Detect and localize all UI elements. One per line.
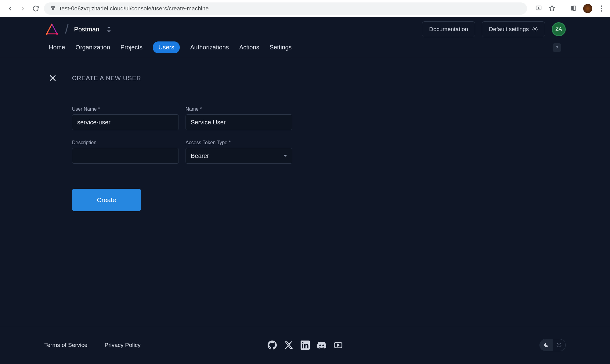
close-icon[interactable] <box>49 74 57 82</box>
svg-line-22 <box>557 347 558 347</box>
username-input[interactable] <box>72 114 179 130</box>
extensions-icon[interactable] <box>570 5 577 12</box>
nav-tabs: Home Organization Projects Users Authori… <box>0 41 610 57</box>
avatar-initials: ZA <box>555 26 562 32</box>
org-name: Postman <box>74 26 99 33</box>
discord-icon[interactable] <box>317 341 326 350</box>
terms-link[interactable]: Terms of Service <box>44 342 87 348</box>
username-label: User Name * <box>72 106 179 112</box>
browser-menu-icon[interactable] <box>598 5 605 12</box>
svg-line-23 <box>561 343 561 344</box>
tab-projects[interactable]: Projects <box>121 41 143 53</box>
tab-organization[interactable]: Organization <box>75 41 110 53</box>
svg-line-19 <box>561 347 561 347</box>
tab-settings[interactable]: Settings <box>270 41 292 53</box>
chevron-down-icon <box>283 155 287 157</box>
tab-users[interactable]: Users <box>153 41 180 53</box>
site-info-icon[interactable] <box>50 5 56 12</box>
privacy-link[interactable]: Privacy Policy <box>104 342 140 348</box>
x-twitter-icon[interactable] <box>284 341 293 350</box>
help-button[interactable]: ? <box>553 43 561 52</box>
org-selector[interactable]: Postman <box>74 26 111 33</box>
unfold-icon <box>107 27 111 32</box>
tab-actions[interactable]: Actions <box>239 41 259 53</box>
youtube-icon[interactable] <box>334 341 343 350</box>
svg-point-10 <box>56 33 58 35</box>
create-user-form: User Name * Name * Description Access To… <box>49 106 561 211</box>
svg-point-11 <box>534 29 536 30</box>
breadcrumb-divider: / <box>65 22 69 37</box>
description-label: Description <box>72 140 179 145</box>
create-button[interactable]: Create <box>72 189 141 211</box>
svg-marker-6 <box>549 5 555 10</box>
browser-reload-button[interactable] <box>31 4 40 13</box>
default-settings-button[interactable]: Default settings <box>482 21 545 37</box>
app-header: / Postman Documentation Default settings <box>0 17 610 57</box>
token-type-label: Access Token Type * <box>186 140 292 145</box>
zitadel-logo[interactable] <box>44 22 60 37</box>
token-type-value: Bearer <box>191 152 209 159</box>
documentation-label: Documentation <box>429 26 468 33</box>
app-root: / Postman Documentation Default settings <box>0 17 610 364</box>
documentation-button[interactable]: Documentation <box>422 21 475 37</box>
svg-point-15 <box>558 344 560 346</box>
svg-rect-0 <box>52 6 53 8</box>
theme-toggle <box>540 339 566 351</box>
browser-actions <box>535 4 605 13</box>
svg-rect-7 <box>571 6 573 10</box>
theme-light-option[interactable] <box>553 339 565 351</box>
token-type-select[interactable]: Bearer <box>186 148 292 164</box>
theme-dark-option[interactable] <box>540 339 553 351</box>
svg-rect-1 <box>53 6 55 8</box>
browser-url-text: test-0o6zvq.zitadel.cloud/ui/console/use… <box>60 5 209 12</box>
main-content: CREATE A NEW USER User Name * Name * Des… <box>0 57 610 326</box>
svg-line-18 <box>557 343 558 344</box>
footer: Terms of Service Privacy Policy <box>0 326 610 364</box>
browser-forward-button[interactable] <box>18 4 27 13</box>
browser-back-button[interactable] <box>5 4 15 13</box>
user-avatar[interactable]: ZA <box>552 22 566 36</box>
github-icon[interactable] <box>268 341 277 350</box>
browser-profile-avatar[interactable] <box>583 4 592 13</box>
svg-rect-8 <box>573 6 575 10</box>
browser-chrome: test-0o6zvq.zitadel.cloud/ui/console/use… <box>0 0 610 17</box>
install-app-icon[interactable] <box>535 5 543 12</box>
tab-home[interactable]: Home <box>49 41 65 53</box>
page-title: CREATE A NEW USER <box>72 75 141 82</box>
description-input[interactable] <box>72 148 179 164</box>
svg-point-9 <box>46 33 48 35</box>
tab-authorizations[interactable]: Authorizations <box>190 41 229 53</box>
browser-url-bar[interactable]: test-0o6zvq.zitadel.cloud/ui/console/use… <box>44 2 527 15</box>
name-input[interactable] <box>186 114 292 130</box>
gear-icon <box>532 26 538 32</box>
linkedin-icon[interactable] <box>301 341 310 350</box>
name-label: Name * <box>186 106 292 112</box>
default-settings-label: Default settings <box>489 26 529 33</box>
bookmark-star-icon[interactable] <box>549 5 556 12</box>
